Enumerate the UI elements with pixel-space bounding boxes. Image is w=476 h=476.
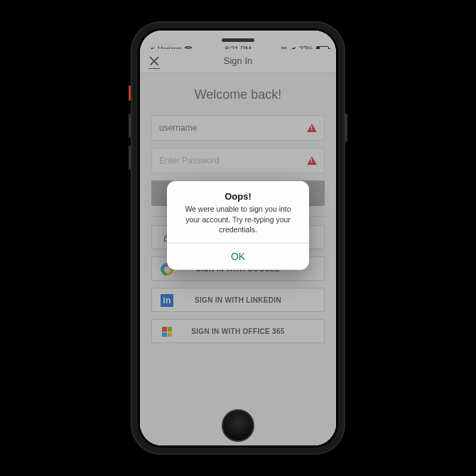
- error-alert: Oops! We were unable to sign you into yo…: [167, 181, 309, 270]
- navbar-title: Sign In: [224, 55, 252, 66]
- username-field[interactable]: username: [151, 115, 325, 141]
- home-button[interactable]: [222, 409, 254, 442]
- username-value: username: [159, 123, 197, 133]
- warning-icon: [307, 124, 317, 132]
- phone-speaker: [222, 38, 254, 42]
- linkedin-icon: in: [161, 294, 173, 307]
- office365-label: SIGN IN WITH OFFICE 365: [191, 328, 284, 335]
- linkedin-label: SIGN IN WITH LINKEDIN: [195, 296, 281, 304]
- iphone-frame: Verizon 8:21 PM 22% Sign In Welcome back…: [131, 21, 345, 455]
- warning-icon: [307, 156, 317, 165]
- password-field[interactable]: Enter Password: [151, 148, 325, 173]
- navbar: Sign In: [140, 49, 336, 73]
- linkedin-button[interactable]: in SIGN IN WITH LINKEDIN: [151, 288, 325, 312]
- volume-up: [129, 114, 131, 138]
- power-button: [345, 114, 347, 142]
- alert-message: We were unable to sign you into your acc…: [167, 204, 309, 243]
- office365-icon: [161, 325, 173, 338]
- welcome-heading: Welcome back!: [151, 87, 325, 102]
- close-icon[interactable]: [148, 55, 161, 67]
- office365-button[interactable]: SIGN IN WITH OFFICE 365: [151, 319, 325, 343]
- mute-switch: [129, 85, 131, 101]
- password-placeholder: Enter Password: [159, 156, 220, 166]
- screen: Verizon 8:21 PM 22% Sign In Welcome back…: [140, 31, 336, 445]
- alert-ok-button[interactable]: OK: [167, 244, 309, 270]
- alert-title: Oops!: [167, 181, 309, 204]
- volume-down: [129, 146, 131, 170]
